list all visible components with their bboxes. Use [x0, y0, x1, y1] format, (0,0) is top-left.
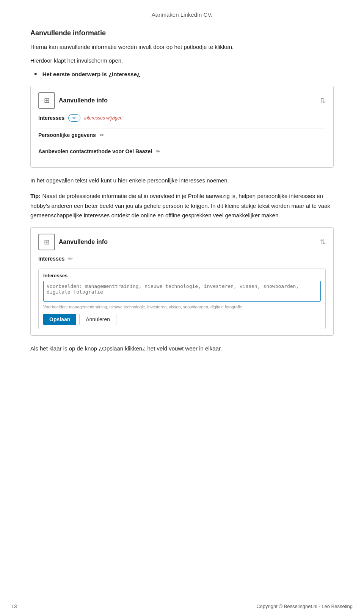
box1-title: Aanvullende info [59, 97, 108, 104]
box2-header: ⊞ Aanvullende info ⇅ [38, 234, 326, 250]
box1-sort-icon[interactable]: ⇅ [320, 96, 326, 105]
divider2 [38, 145, 326, 145]
persoonlijk-label: Persoonlijke gegevens [38, 132, 96, 138]
cancel-button[interactable]: Annuleren [79, 314, 116, 325]
interests-textarea[interactable] [43, 281, 321, 302]
box1-row-interesses: Interesses ✏ interesses wijzigen [38, 114, 326, 125]
intro-line2: Hierdoor klapt het invulscherm open. [30, 56, 334, 65]
bullet-dot: • [34, 69, 37, 79]
interests-examples: Voorbeelden: managementtraining, nieuwe … [43, 305, 321, 309]
box2-icon: ⊞ [38, 234, 55, 250]
footer-page-number: 13 [11, 603, 17, 609]
box1-row-persoonlijk: Persoonlijke gegevens ✏ [38, 132, 326, 141]
form-buttons: Opslaan Annuleren [43, 314, 321, 325]
pencil-small-icon: ✏ [72, 115, 76, 121]
contact-pencil-icon[interactable]: ✏ [156, 148, 160, 154]
interesses-edit-btn[interactable]: ✏ [68, 114, 80, 122]
interests-form-section: Interesses Voorbeelden: managementtraini… [38, 269, 326, 329]
tip-text: Naast de professionele informatie die al… [30, 193, 330, 218]
box2-interesses-label: Interesses [38, 256, 64, 262]
box1-header: ⊞ Aanvullende info ⇅ [38, 92, 326, 109]
page-title: Aanmaken LinkedIn CV. [30, 11, 334, 18]
persoonlijk-pencil-icon[interactable]: ✏ [100, 132, 104, 138]
bullet-text: Het eerste onderwerp is ¿interesse¿ [42, 70, 140, 79]
box1-caption: In het opgevallen tekst veld kunt u hier… [30, 176, 334, 185]
box2-header-left: ⊞ Aanvullende info [38, 234, 108, 250]
save-button[interactable]: Opslaan [43, 314, 76, 325]
box1-header-left: ⊞ Aanvullende info [38, 92, 108, 109]
tip-label: Tip: [30, 193, 41, 199]
divider1 [38, 129, 326, 129]
box2-title: Aanvullende info [59, 239, 108, 245]
linkedin-box-1: ⊞ Aanvullende info ⇅ Interesses ✏ intere… [30, 86, 334, 168]
section-heading: Aanvullende informatie [30, 29, 334, 37]
box1-row-contactmethode: Aanbevolen contactmethode voor Oel Baaze… [38, 148, 326, 157]
box2-icon-dots: ⊞ [44, 238, 50, 246]
box2-pencil-icon[interactable]: ✏ [68, 256, 73, 262]
footer: 13 Copyright © Besselingnet.nl - Leo Bes… [0, 603, 364, 609]
closing-text: Als het klaar is op de knop ¿Opslaan kli… [30, 344, 334, 353]
box1-icon: ⊞ [38, 92, 55, 109]
interesses-link[interactable]: interesses wijzigen [84, 115, 122, 121]
box2-sort-icon[interactable]: ⇅ [320, 238, 326, 246]
contact-label: Aanbevolen contactmethode voor Oel Baaze… [38, 148, 152, 154]
intro-line1: Hierna kan aanvullende informatie worden… [30, 42, 334, 52]
interesses-label: Interesses [38, 115, 64, 121]
interests-form-label: Interesses [43, 273, 321, 278]
footer-copyright: Copyright © Besselingnet.nl - Leo Bessel… [256, 603, 353, 609]
linkedin-box-2: ⊞ Aanvullende info ⇅ Interesses ✏ Intere… [30, 227, 334, 336]
bullet-item: • Het eerste onderwerp is ¿interesse¿ [34, 70, 334, 79]
tip-block: Tip: Naast de professionele informatie d… [30, 191, 334, 220]
box1-icon-dots: ⊞ [44, 96, 50, 105]
box2-row-interesses: Interesses ✏ [38, 256, 326, 265]
